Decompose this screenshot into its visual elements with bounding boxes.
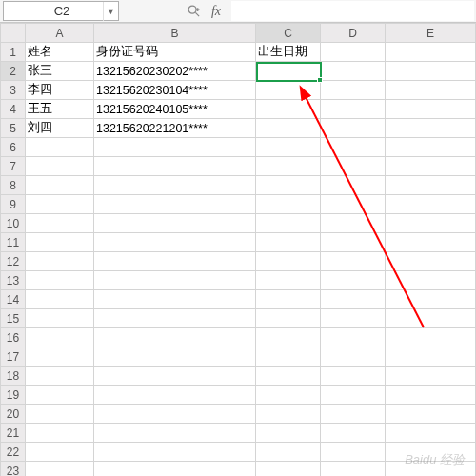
- cell-B10[interactable]: [94, 214, 256, 233]
- cell-B8[interactable]: [94, 176, 256, 195]
- cell-B22[interactable]: [94, 443, 256, 462]
- cell-A4[interactable]: 王五: [26, 100, 94, 119]
- cell-C20[interactable]: [256, 405, 321, 424]
- cell-A11[interactable]: [26, 233, 94, 252]
- cell-C22[interactable]: [256, 443, 321, 462]
- cell-C4[interactable]: [256, 100, 321, 119]
- cell-B2[interactable]: 13215620230202****: [94, 62, 256, 81]
- cell-D19[interactable]: [321, 386, 386, 405]
- cell-A22[interactable]: [26, 443, 94, 462]
- cell-D14[interactable]: [321, 290, 386, 309]
- cell-C21[interactable]: [256, 424, 321, 443]
- row-header[interactable]: 6: [1, 138, 26, 157]
- cell-D6[interactable]: [321, 138, 386, 157]
- cell-E7[interactable]: [386, 157, 476, 176]
- cell-C5[interactable]: [256, 119, 321, 138]
- cell-A3[interactable]: 李四: [26, 81, 94, 100]
- cell-C18[interactable]: [256, 367, 321, 386]
- cell-C10[interactable]: [256, 214, 321, 233]
- cell-C14[interactable]: [256, 290, 321, 309]
- cell-A1[interactable]: 姓名: [26, 43, 94, 62]
- row-header[interactable]: 2: [1, 62, 26, 81]
- cell-E2[interactable]: [386, 62, 476, 81]
- cell-D9[interactable]: [321, 195, 386, 214]
- cell-A17[interactable]: [26, 347, 94, 367]
- name-box-wrap[interactable]: C2 ▼: [3, 1, 119, 21]
- cell-B23[interactable]: [94, 462, 256, 477]
- row-header[interactable]: 15: [1, 309, 26, 328]
- cell-E10[interactable]: [386, 214, 476, 233]
- cell-B19[interactable]: [94, 386, 256, 405]
- cell-E18[interactable]: [386, 367, 476, 386]
- cell-A8[interactable]: [26, 176, 94, 195]
- row-header[interactable]: 22: [1, 443, 26, 462]
- cell-B13[interactable]: [94, 271, 256, 290]
- fx-icon[interactable]: fx: [205, 0, 228, 22]
- row-header[interactable]: 8: [1, 176, 26, 195]
- cell-A12[interactable]: [26, 252, 94, 271]
- cell-D13[interactable]: [321, 271, 386, 290]
- cell-C23[interactable]: [256, 462, 321, 477]
- cell-B16[interactable]: [94, 328, 256, 347]
- cell-D15[interactable]: [321, 309, 386, 328]
- cell-E15[interactable]: [386, 309, 476, 328]
- cell-E23[interactable]: [386, 462, 476, 477]
- row-header[interactable]: 7: [1, 157, 26, 176]
- row-header[interactable]: 20: [1, 405, 26, 424]
- cell-C2[interactable]: [256, 62, 321, 81]
- cell-D16[interactable]: [321, 328, 386, 347]
- cell-C1[interactable]: 出生日期: [256, 43, 321, 62]
- cell-C17[interactable]: [256, 347, 321, 367]
- cell-D18[interactable]: [321, 367, 386, 386]
- cell-A2[interactable]: 张三: [26, 62, 94, 81]
- cell-A15[interactable]: [26, 309, 94, 328]
- row-header[interactable]: 9: [1, 195, 26, 214]
- cell-A19[interactable]: [26, 386, 94, 405]
- col-header-A[interactable]: A: [26, 24, 94, 43]
- formula-input[interactable]: [231, 1, 474, 21]
- row-header[interactable]: 21: [1, 424, 26, 443]
- cell-C3[interactable]: [256, 81, 321, 100]
- cell-B11[interactable]: [94, 233, 256, 252]
- name-box[interactable]: C2: [4, 4, 103, 18]
- cell-E16[interactable]: [386, 328, 476, 347]
- cell-C11[interactable]: [256, 233, 321, 252]
- row-header[interactable]: 10: [1, 214, 26, 233]
- cell-E5[interactable]: [386, 119, 476, 138]
- cell-C8[interactable]: [256, 176, 321, 195]
- cell-B5[interactable]: 13215620221201****: [94, 119, 256, 138]
- cell-A16[interactable]: [26, 328, 94, 347]
- row-header[interactable]: 3: [1, 81, 26, 100]
- cell-C15[interactable]: [256, 309, 321, 328]
- row-header[interactable]: 13: [1, 271, 26, 290]
- cell-A18[interactable]: [26, 367, 94, 386]
- cell-D12[interactable]: [321, 252, 386, 271]
- cell-A6[interactable]: [26, 138, 94, 157]
- cell-E22[interactable]: [386, 443, 476, 462]
- cell-E19[interactable]: [386, 386, 476, 405]
- cell-E13[interactable]: [386, 271, 476, 290]
- cell-B17[interactable]: [94, 347, 256, 367]
- cell-B6[interactable]: [94, 138, 256, 157]
- cell-E9[interactable]: [386, 195, 476, 214]
- row-header[interactable]: 5: [1, 119, 26, 138]
- cell-A5[interactable]: 刘四: [26, 119, 94, 138]
- cell-B21[interactable]: [94, 424, 256, 443]
- cell-A20[interactable]: [26, 405, 94, 424]
- cell-E17[interactable]: [386, 347, 476, 367]
- cell-C9[interactable]: [256, 195, 321, 214]
- cell-B1[interactable]: 身份证号码: [94, 43, 256, 62]
- spreadsheet-grid[interactable]: A B C D E 1姓名身份证号码出生日期2张三13215620230202*…: [0, 23, 476, 476]
- cell-D4[interactable]: [321, 100, 386, 119]
- cell-D7[interactable]: [321, 157, 386, 176]
- cell-D23[interactable]: [321, 462, 386, 477]
- cell-C6[interactable]: [256, 138, 321, 157]
- row-header[interactable]: 4: [1, 100, 26, 119]
- cell-A10[interactable]: [26, 214, 94, 233]
- cell-B20[interactable]: [94, 405, 256, 424]
- row-header[interactable]: 14: [1, 290, 26, 309]
- row-header[interactable]: 12: [1, 252, 26, 271]
- cell-E11[interactable]: [386, 233, 476, 252]
- cell-D11[interactable]: [321, 233, 386, 252]
- cell-B14[interactable]: [94, 290, 256, 309]
